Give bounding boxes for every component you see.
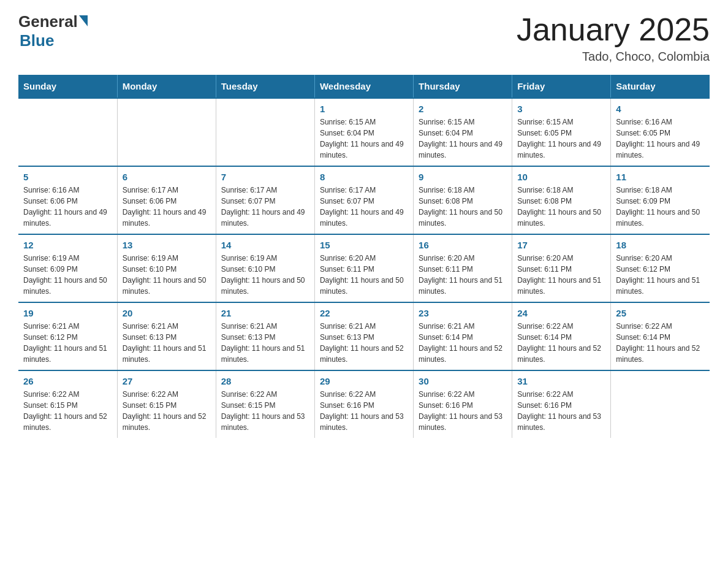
day-info: Sunrise: 6:19 AM Sunset: 6:10 PM Dayligh…: [221, 253, 309, 297]
day-number: 11: [616, 172, 705, 182]
day-info: Sunrise: 6:22 AM Sunset: 6:15 PM Dayligh…: [23, 389, 112, 433]
day-cell: 17Sunrise: 6:20 AM Sunset: 6:11 PM Dayli…: [512, 234, 611, 302]
day-info: Sunrise: 6:18 AM Sunset: 6:08 PM Dayligh…: [419, 185, 507, 229]
day-info: Sunrise: 6:15 AM Sunset: 6:04 PM Dayligh…: [419, 117, 507, 161]
day-cell: 26Sunrise: 6:22 AM Sunset: 6:15 PM Dayli…: [18, 370, 117, 438]
day-number: 16: [419, 240, 507, 250]
day-info: Sunrise: 6:17 AM Sunset: 6:07 PM Dayligh…: [221, 185, 309, 229]
day-info: Sunrise: 6:15 AM Sunset: 6:04 PM Dayligh…: [320, 117, 408, 161]
day-info: Sunrise: 6:21 AM Sunset: 6:13 PM Dayligh…: [221, 321, 309, 365]
header-day-saturday: Saturday: [611, 75, 710, 98]
week-row-2: 5Sunrise: 6:16 AM Sunset: 6:06 PM Daylig…: [18, 166, 710, 234]
page-header: General Blue January 2025 Tado, Choco, C…: [18, 12, 710, 64]
subtitle: Tado, Choco, Colombia: [517, 50, 710, 64]
day-cell: 30Sunrise: 6:22 AM Sunset: 6:16 PM Dayli…: [414, 370, 512, 438]
day-number: 14: [221, 240, 309, 250]
day-info: Sunrise: 6:17 AM Sunset: 6:07 PM Dayligh…: [320, 185, 408, 229]
header-day-friday: Friday: [512, 75, 611, 98]
day-cell: 7Sunrise: 6:17 AM Sunset: 6:07 PM Daylig…: [216, 166, 314, 234]
day-number: 22: [320, 308, 408, 318]
day-number: 17: [517, 240, 605, 250]
day-cell: 13Sunrise: 6:19 AM Sunset: 6:10 PM Dayli…: [117, 234, 216, 302]
day-cell: 23Sunrise: 6:21 AM Sunset: 6:14 PM Dayli…: [414, 302, 512, 370]
day-number: 13: [123, 240, 211, 250]
week-row-4: 19Sunrise: 6:21 AM Sunset: 6:12 PM Dayli…: [18, 302, 710, 370]
day-info: Sunrise: 6:22 AM Sunset: 6:15 PM Dayligh…: [221, 389, 309, 433]
day-info: Sunrise: 6:19 AM Sunset: 6:09 PM Dayligh…: [23, 253, 112, 297]
header-day-sunday: Sunday: [18, 75, 117, 98]
day-info: Sunrise: 6:20 AM Sunset: 6:12 PM Dayligh…: [616, 253, 705, 297]
day-info: Sunrise: 6:21 AM Sunset: 6:13 PM Dayligh…: [123, 321, 211, 365]
day-number: 19: [23, 308, 112, 318]
day-cell: 28Sunrise: 6:22 AM Sunset: 6:15 PM Dayli…: [216, 370, 314, 438]
day-cell: 1Sunrise: 6:15 AM Sunset: 6:04 PM Daylig…: [314, 98, 413, 166]
day-cell: 27Sunrise: 6:22 AM Sunset: 6:15 PM Dayli…: [117, 370, 216, 438]
header-day-wednesday: Wednesday: [314, 75, 413, 98]
day-number: 30: [419, 376, 507, 386]
day-cell: 10Sunrise: 6:18 AM Sunset: 6:08 PM Dayli…: [512, 166, 611, 234]
day-info: Sunrise: 6:22 AM Sunset: 6:14 PM Dayligh…: [517, 321, 605, 365]
day-number: 15: [320, 240, 408, 250]
header-day-thursday: Thursday: [414, 75, 512, 98]
day-number: 25: [616, 308, 705, 318]
day-info: Sunrise: 6:20 AM Sunset: 6:11 PM Dayligh…: [517, 253, 605, 297]
day-cell: 3Sunrise: 6:15 AM Sunset: 6:05 PM Daylig…: [512, 98, 611, 166]
day-cell: 12Sunrise: 6:19 AM Sunset: 6:09 PM Dayli…: [18, 234, 117, 302]
week-row-1: 1Sunrise: 6:15 AM Sunset: 6:04 PM Daylig…: [18, 98, 710, 166]
day-cell: 22Sunrise: 6:21 AM Sunset: 6:13 PM Dayli…: [314, 302, 413, 370]
day-info: Sunrise: 6:22 AM Sunset: 6:14 PM Dayligh…: [616, 321, 705, 365]
day-cell: 15Sunrise: 6:20 AM Sunset: 6:11 PM Dayli…: [314, 234, 413, 302]
day-cell: [216, 98, 314, 166]
day-number: 5: [23, 172, 112, 182]
day-cell: 4Sunrise: 6:16 AM Sunset: 6:05 PM Daylig…: [611, 98, 710, 166]
day-cell: 21Sunrise: 6:21 AM Sunset: 6:13 PM Dayli…: [216, 302, 314, 370]
day-info: Sunrise: 6:19 AM Sunset: 6:10 PM Dayligh…: [123, 253, 211, 297]
day-number: 6: [123, 172, 211, 182]
day-cell: 24Sunrise: 6:22 AM Sunset: 6:14 PM Dayli…: [512, 302, 611, 370]
day-number: 2: [419, 104, 507, 114]
day-cell: 8Sunrise: 6:17 AM Sunset: 6:07 PM Daylig…: [314, 166, 413, 234]
day-info: Sunrise: 6:20 AM Sunset: 6:11 PM Dayligh…: [419, 253, 507, 297]
logo-general-text: General: [18, 12, 78, 31]
day-number: 29: [320, 376, 408, 386]
day-cell: [117, 98, 216, 166]
day-number: 20: [123, 308, 211, 318]
week-row-5: 26Sunrise: 6:22 AM Sunset: 6:15 PM Dayli…: [18, 370, 710, 438]
day-cell: 25Sunrise: 6:22 AM Sunset: 6:14 PM Dayli…: [611, 302, 710, 370]
header-day-monday: Monday: [117, 75, 216, 98]
day-number: 18: [616, 240, 705, 250]
day-number: 24: [517, 308, 605, 318]
day-number: 9: [419, 172, 507, 182]
day-info: Sunrise: 6:16 AM Sunset: 6:06 PM Dayligh…: [23, 185, 112, 229]
day-cell: 16Sunrise: 6:20 AM Sunset: 6:11 PM Dayli…: [414, 234, 512, 302]
day-number: 31: [517, 376, 605, 386]
day-number: 23: [419, 308, 507, 318]
day-info: Sunrise: 6:22 AM Sunset: 6:16 PM Dayligh…: [419, 389, 507, 433]
day-number: 8: [320, 172, 408, 182]
day-cell: 2Sunrise: 6:15 AM Sunset: 6:04 PM Daylig…: [414, 98, 512, 166]
week-row-3: 12Sunrise: 6:19 AM Sunset: 6:09 PM Dayli…: [18, 234, 710, 302]
day-info: Sunrise: 6:22 AM Sunset: 6:16 PM Dayligh…: [320, 389, 408, 433]
day-cell: [611, 370, 710, 438]
header-row: SundayMondayTuesdayWednesdayThursdayFrid…: [18, 75, 710, 98]
day-info: Sunrise: 6:18 AM Sunset: 6:08 PM Dayligh…: [517, 185, 605, 229]
page-title: January 2025: [517, 12, 710, 47]
day-cell: 19Sunrise: 6:21 AM Sunset: 6:12 PM Dayli…: [18, 302, 117, 370]
day-info: Sunrise: 6:21 AM Sunset: 6:12 PM Dayligh…: [23, 321, 112, 365]
logo: General Blue: [18, 12, 88, 50]
title-section: January 2025 Tado, Choco, Colombia: [517, 12, 710, 64]
day-number: 12: [23, 240, 112, 250]
day-cell: 29Sunrise: 6:22 AM Sunset: 6:16 PM Dayli…: [314, 370, 413, 438]
day-cell: 9Sunrise: 6:18 AM Sunset: 6:08 PM Daylig…: [414, 166, 512, 234]
day-cell: 20Sunrise: 6:21 AM Sunset: 6:13 PM Dayli…: [117, 302, 216, 370]
day-cell: 18Sunrise: 6:20 AM Sunset: 6:12 PM Dayli…: [611, 234, 710, 302]
day-cell: [18, 98, 117, 166]
day-number: 27: [123, 376, 211, 386]
day-info: Sunrise: 6:20 AM Sunset: 6:11 PM Dayligh…: [320, 253, 408, 297]
day-info: Sunrise: 6:22 AM Sunset: 6:15 PM Dayligh…: [123, 389, 211, 433]
day-cell: 11Sunrise: 6:18 AM Sunset: 6:09 PM Dayli…: [611, 166, 710, 234]
day-number: 3: [517, 104, 605, 114]
day-info: Sunrise: 6:17 AM Sunset: 6:06 PM Dayligh…: [123, 185, 211, 229]
day-info: Sunrise: 6:21 AM Sunset: 6:14 PM Dayligh…: [419, 321, 507, 365]
logo-blue-text: Blue: [20, 31, 54, 50]
